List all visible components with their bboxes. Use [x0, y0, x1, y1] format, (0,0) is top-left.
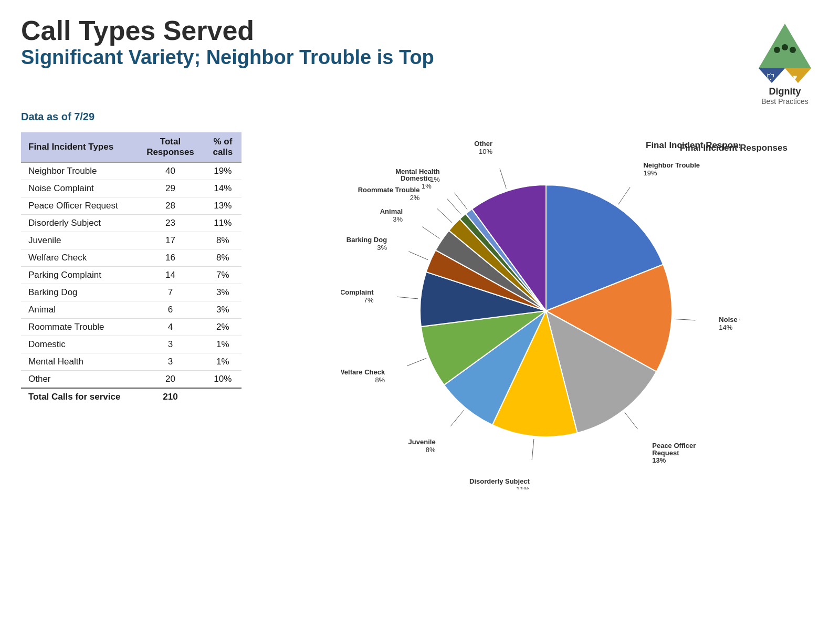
logo-name: Dignity	[769, 86, 801, 97]
pie-label-line	[397, 297, 418, 299]
cell-type: Welfare Check	[21, 249, 136, 267]
table-row: Disorderly Subject 23 11%	[21, 215, 242, 232]
table-row: Mental Health 3 1%	[21, 353, 242, 371]
logo-sub: Best Practices	[761, 97, 808, 106]
svg-point-5	[790, 47, 796, 53]
pie-label-text: Peace OfficerRequest13%	[652, 442, 696, 464]
title-block: Call Types Served Significant Variety; N…	[21, 16, 434, 70]
pie-chart: Neighbor Trouble19%Noise Complaint14%Pea…	[341, 132, 740, 489]
cell-pct: 1%	[204, 336, 242, 353]
cell-type: Other	[21, 371, 136, 389]
pie-label-line	[450, 410, 464, 426]
pie-pct-text: 3%	[393, 215, 403, 223]
cell-count: 17	[136, 232, 204, 249]
cell-type: Juvenile	[21, 232, 136, 249]
total-row: Total Calls for service 210	[21, 388, 242, 405]
cell-count: 7	[136, 284, 204, 301]
pie-pct-text: 8%	[426, 446, 436, 454]
table-row: Domestic 3 1%	[21, 336, 242, 353]
table-row: Noise Complaint 29 14%	[21, 180, 242, 197]
cell-type: Parking Complaint	[21, 267, 136, 284]
total-label: Total Calls for service	[21, 388, 136, 405]
table-row: Parking Complaint 14 7%	[21, 267, 242, 284]
cell-count: 14	[136, 267, 204, 284]
cell-pct: 7%	[204, 267, 242, 284]
pie-label-text: Juvenile	[408, 438, 436, 446]
cell-pct: 13%	[204, 197, 242, 215]
svg-point-3	[774, 47, 780, 53]
col-type-header: Final Incident Types	[21, 132, 136, 162]
cell-pct: 3%	[204, 301, 242, 319]
table-row: Other 20 10%	[21, 371, 242, 389]
cell-pct: 19%	[204, 162, 242, 180]
cell-count: 3	[136, 336, 204, 353]
table-row: Neighbor Trouble 40 19%	[21, 162, 242, 180]
pie-label-line	[532, 439, 534, 460]
pie-label-line	[500, 169, 506, 189]
cell-type: Barking Dog	[21, 284, 136, 301]
pie-pct-text: 2%	[410, 194, 420, 202]
pie-label-text: Domestic	[401, 174, 432, 182]
cell-count: 6	[136, 301, 204, 319]
cell-type: Animal	[21, 301, 136, 319]
cell-type: Noise Complaint	[21, 180, 136, 197]
main-title: Call Types Served	[21, 16, 434, 46]
chart-title: Final Incident Responses	[680, 143, 788, 153]
pie-label-text: Disorderly Subject	[469, 477, 530, 485]
pie-pct-text: 11%	[516, 485, 530, 489]
pie-pct-text: 7%	[364, 296, 374, 304]
cell-pct: 8%	[204, 249, 242, 267]
pie-label-line	[437, 208, 452, 223]
pie-label-line	[454, 193, 467, 210]
cell-type: Neighbor Trouble	[21, 162, 136, 180]
svg-text:♥: ♥	[793, 73, 797, 81]
incident-table: Final Incident Types Total Responses % o…	[21, 132, 242, 405]
table-row: Animal 6 3%	[21, 301, 242, 319]
pie-pct-text: 1%	[430, 175, 440, 183]
total-pct-empty	[204, 388, 242, 405]
cell-type: Mental Health	[21, 353, 136, 371]
cell-count: 20	[136, 371, 204, 389]
cell-count: 16	[136, 249, 204, 267]
cell-count: 40	[136, 162, 204, 180]
cell-type: Domestic	[21, 336, 136, 353]
cell-count: 29	[136, 180, 204, 197]
pie-label-line	[625, 413, 638, 430]
pie-label-line	[675, 319, 696, 320]
cell-count: 23	[136, 215, 204, 232]
pie-label-text: Barking Dog	[346, 236, 387, 244]
pie-pct-text: 3%	[377, 244, 387, 252]
table-row: Welfare Check 16 8%	[21, 249, 242, 267]
cell-pct: 11%	[204, 215, 242, 232]
chart-section: Final Incident Responses Neighbor Troubl…	[262, 132, 819, 489]
cell-pct: 14%	[204, 180, 242, 197]
logo-block: 🛡 ♥ Dignity Best Practices	[751, 21, 819, 106]
svg-point-4	[782, 44, 788, 50]
cell-pct: 10%	[204, 371, 242, 389]
pie-pct-text: 19%	[643, 169, 657, 177]
col-responses-header: Total Responses	[136, 132, 204, 162]
total-count: 210	[136, 388, 204, 405]
pie-label-text: Other	[474, 140, 492, 148]
pie-pct-text: 14%	[719, 323, 732, 331]
svg-marker-2	[785, 68, 811, 83]
pie-label-line	[407, 358, 426, 366]
pie-label-line	[422, 227, 439, 238]
table-section: Final Incident Types Total Responses % o…	[21, 132, 242, 405]
pie-label-text: Animal	[380, 207, 403, 215]
content-area: Final Incident Types Total Responses % o…	[21, 132, 819, 489]
pie-pct-text: 10%	[479, 148, 492, 155]
pie-label-text: Roommate Trouble	[358, 186, 420, 194]
pie-label-text: Mental Health	[395, 168, 440, 175]
pie-pct-text: 1%	[422, 182, 432, 190]
cell-type: Disorderly Subject	[21, 215, 136, 232]
cell-pct: 1%	[204, 353, 242, 371]
pie-label-line	[408, 252, 428, 260]
pie-label-line	[618, 187, 630, 204]
pie-label-text: Noise Complaint	[719, 316, 740, 323]
table-row: Juvenile 17 8%	[21, 232, 242, 249]
sub-title: Significant Variety; Neighbor Trouble is…	[21, 46, 434, 70]
svg-text:🛡: 🛡	[766, 72, 775, 81]
cell-count: 28	[136, 197, 204, 215]
cell-type: Peace Officer Request	[21, 197, 136, 215]
